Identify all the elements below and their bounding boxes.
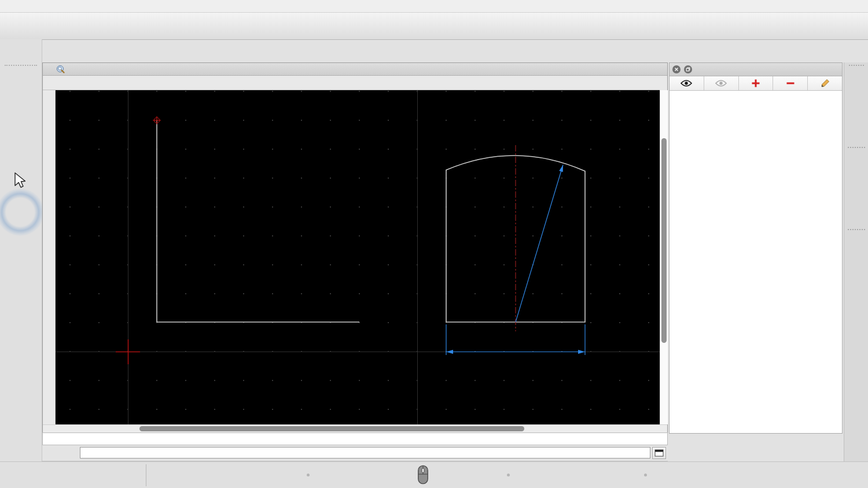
- layer-panel-toolbar: [670, 76, 842, 91]
- document-icon: [56, 65, 65, 74]
- mouse-hint-icon: [417, 464, 429, 485]
- layer-list: [670, 91, 842, 94]
- command-history: [42, 432, 668, 445]
- eye-icon: [681, 80, 692, 87]
- plus-icon: [751, 79, 760, 88]
- add-layer-button[interactable]: [739, 76, 774, 90]
- hide-all-layers-button[interactable]: [704, 76, 739, 90]
- status-bar: [0, 461, 868, 488]
- close-icon[interactable]: [672, 65, 681, 73]
- ruler-corner: [43, 76, 56, 90]
- horizontal-scrollbar[interactable]: [43, 424, 667, 433]
- vertical-scrollbar-thumb[interactable]: [661, 138, 667, 343]
- line-tool-palette: [0, 39, 42, 461]
- float-panel-icon[interactable]: [684, 65, 692, 73]
- window-icon: [654, 449, 664, 457]
- command-line-row: [42, 445, 668, 461]
- qcad-application: [0, 0, 868, 488]
- vertical-ruler: [43, 90, 56, 424]
- command-input[interactable]: [80, 447, 650, 459]
- dock-separator: [848, 229, 865, 230]
- statusbar-dot: [644, 474, 647, 476]
- eye-disabled-icon: [715, 80, 727, 87]
- subwindow-titlebar[interactable]: [43, 63, 667, 76]
- cursor-halo: [0, 188, 44, 236]
- dock-handle: [849, 65, 864, 66]
- dock-separator: [848, 147, 865, 148]
- statusbar-divider: [146, 464, 146, 486]
- drawing-canvas[interactable]: [56, 90, 660, 424]
- edit-layer-button[interactable]: [808, 76, 842, 90]
- show-all-layers-button[interactable]: [670, 76, 704, 90]
- layer-panel-titlebar: [670, 63, 842, 76]
- statusbar-dot: [507, 474, 510, 476]
- statusbar-dot: [307, 474, 310, 476]
- pencil-icon: [821, 79, 830, 88]
- layer-list-panel: [669, 62, 843, 434]
- minus-icon: [786, 79, 795, 88]
- palette-handle: [5, 65, 37, 66]
- horizontal-ruler: [56, 76, 660, 90]
- menu-bar: [0, 0, 868, 13]
- drawing-subwindow: [42, 62, 668, 432]
- horizontal-scrollbar-thumb[interactable]: [139, 426, 524, 431]
- main-toolbar: [0, 13, 868, 40]
- grid-dots: [56, 90, 660, 424]
- remove-layer-button[interactable]: [773, 76, 808, 90]
- command-widget-toggle-button[interactable]: [652, 447, 666, 459]
- right-dock: [844, 62, 868, 461]
- vertical-scrollbar[interactable]: [660, 90, 668, 424]
